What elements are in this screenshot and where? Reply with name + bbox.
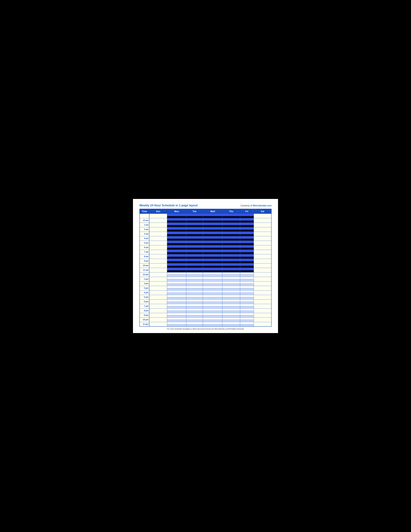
weekday-cell[interactable]	[167, 266, 186, 268]
weekday-cell[interactable]	[203, 275, 223, 277]
weekday-cell[interactable]	[223, 315, 240, 317]
weekday-cell[interactable]	[167, 229, 186, 232]
weekday-cell[interactable]	[186, 261, 203, 263]
weekday-cell[interactable]	[203, 214, 223, 216]
weekday-cell[interactable]	[186, 263, 203, 266]
weekday-cell[interactable]	[186, 243, 203, 245]
weekday-cell[interactable]	[167, 313, 186, 315]
weekday-cell[interactable]	[240, 306, 254, 308]
sun-cell[interactable]	[149, 308, 167, 313]
weekday-cell[interactable]	[186, 293, 203, 295]
weekday-cell[interactable]	[186, 295, 203, 297]
weekday-cell[interactable]	[186, 254, 203, 256]
weekday-cell[interactable]	[240, 256, 254, 259]
weekday-cell[interactable]	[167, 308, 186, 311]
weekday-cell[interactable]	[223, 243, 240, 245]
weekday-cell[interactable]	[240, 284, 254, 286]
weekday-cell[interactable]	[186, 315, 203, 317]
weekday-cell[interactable]	[240, 288, 254, 290]
weekday-cell[interactable]	[240, 223, 254, 225]
weekday-cell[interactable]	[167, 320, 186, 322]
sat-cell[interactable]	[254, 268, 271, 272]
weekday-cell[interactable]	[203, 295, 223, 297]
weekday-cell[interactable]	[186, 238, 203, 241]
weekday-cell[interactable]	[167, 252, 186, 254]
weekday-cell[interactable]	[186, 241, 203, 243]
weekday-cell[interactable]	[240, 277, 254, 279]
weekday-cell[interactable]	[203, 272, 223, 275]
weekday-cell[interactable]	[223, 302, 240, 304]
weekday-cell[interactable]	[167, 299, 186, 302]
weekday-cell[interactable]	[186, 270, 203, 272]
weekday-cell[interactable]	[240, 261, 254, 263]
weekday-cell[interactable]	[203, 243, 223, 245]
weekday-cell[interactable]	[223, 270, 240, 272]
weekday-cell[interactable]	[186, 250, 203, 252]
weekday-cell[interactable]	[203, 234, 223, 236]
weekday-cell[interactable]	[223, 263, 240, 266]
weekday-cell[interactable]	[167, 281, 186, 284]
weekday-cell[interactable]	[203, 284, 223, 286]
weekday-cell[interactable]	[167, 293, 186, 295]
weekday-cell[interactable]	[203, 299, 223, 302]
weekday-cell[interactable]	[186, 232, 203, 234]
weekday-cell[interactable]	[167, 302, 186, 304]
weekday-cell[interactable]	[203, 317, 223, 320]
weekday-cell[interactable]	[186, 245, 203, 247]
sat-cell[interactable]	[254, 277, 271, 281]
weekday-cell[interactable]	[203, 223, 223, 225]
weekday-cell[interactable]	[186, 302, 203, 304]
weekday-cell[interactable]	[167, 270, 186, 272]
sat-cell[interactable]	[254, 304, 271, 308]
weekday-cell[interactable]	[203, 302, 223, 304]
weekday-cell[interactable]	[167, 216, 186, 218]
weekday-cell[interactable]	[203, 225, 223, 227]
weekday-cell[interactable]	[203, 293, 223, 295]
weekday-cell[interactable]	[167, 254, 186, 256]
weekday-cell[interactable]	[167, 268, 186, 270]
weekday-cell[interactable]	[203, 277, 223, 279]
weekday-cell[interactable]	[167, 256, 186, 259]
weekday-cell[interactable]	[223, 245, 240, 247]
weekday-cell[interactable]	[240, 297, 254, 299]
weekday-cell[interactable]	[240, 308, 254, 311]
weekday-cell[interactable]	[203, 250, 223, 252]
sun-cell[interactable]	[149, 236, 167, 241]
weekday-cell[interactable]	[167, 306, 186, 308]
weekday-cell[interactable]	[167, 315, 186, 317]
sun-cell[interactable]	[149, 259, 167, 263]
weekday-cell[interactable]	[203, 281, 223, 284]
weekday-cell[interactable]	[223, 308, 240, 311]
weekday-cell[interactable]	[186, 311, 203, 313]
sun-cell[interactable]	[149, 218, 167, 223]
weekday-cell[interactable]	[223, 281, 240, 284]
weekday-cell[interactable]	[186, 234, 203, 236]
sun-cell[interactable]	[149, 241, 167, 245]
weekday-cell[interactable]	[203, 297, 223, 299]
weekday-cell[interactable]	[167, 317, 186, 320]
sun-cell[interactable]	[149, 214, 167, 218]
weekday-cell[interactable]	[167, 272, 186, 275]
sat-cell[interactable]	[254, 313, 271, 317]
sun-cell[interactable]	[149, 254, 167, 259]
sun-cell[interactable]	[149, 299, 167, 304]
weekday-cell[interactable]	[240, 295, 254, 297]
sun-cell[interactable]	[149, 223, 167, 227]
weekday-cell[interactable]	[223, 256, 240, 259]
weekday-cell[interactable]	[186, 275, 203, 277]
weekday-cell[interactable]	[223, 297, 240, 299]
weekday-cell[interactable]	[203, 220, 223, 223]
weekday-cell[interactable]	[240, 234, 254, 236]
weekday-cell[interactable]	[167, 234, 186, 236]
sat-cell[interactable]	[254, 254, 271, 259]
weekday-cell[interactable]	[240, 245, 254, 247]
weekday-cell[interactable]	[223, 218, 240, 220]
weekday-cell[interactable]	[167, 263, 186, 266]
sat-cell[interactable]	[254, 317, 271, 322]
weekday-cell[interactable]	[167, 279, 186, 281]
weekday-cell[interactable]	[186, 220, 203, 223]
weekday-cell[interactable]	[240, 279, 254, 281]
weekday-cell[interactable]	[203, 306, 223, 308]
weekday-cell[interactable]	[223, 313, 240, 315]
sun-cell[interactable]	[149, 263, 167, 268]
